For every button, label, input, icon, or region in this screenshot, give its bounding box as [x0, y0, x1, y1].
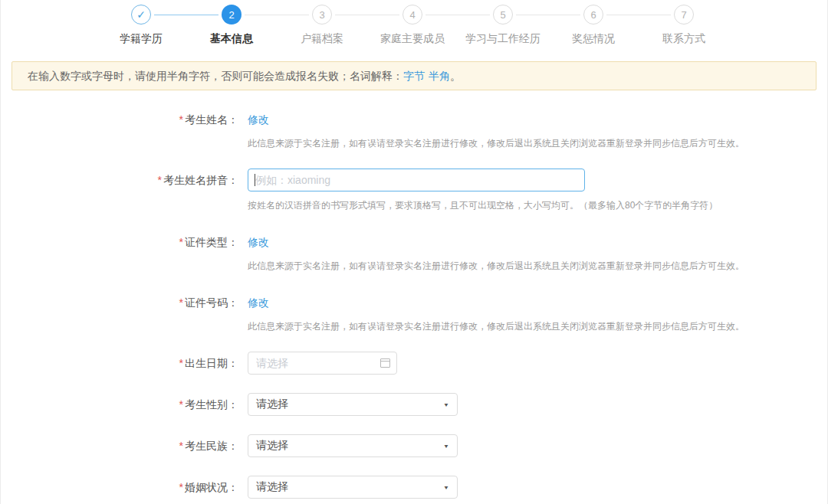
chevron-down-icon: ▼	[443, 484, 449, 490]
step-connector	[335, 15, 399, 15]
step-connector	[516, 15, 580, 15]
marital-status-label: *婚姻状况：	[1, 476, 238, 499]
pinyin-row: *考生姓名拼音： 按姓名的汉语拼音的书写形式填写，要求顶格写，且不可出现空格，大…	[1, 169, 827, 212]
ethnicity-row: *考生民族： 请选择 ▼	[1, 434, 827, 457]
gender-label: *考生性别：	[1, 393, 238, 416]
id-number-row: *证件号码： 修改 此信息来源于实名注册，如有误请登录实名注册进行修改，修改后退…	[1, 291, 827, 333]
required-marker: *	[179, 481, 183, 493]
id-number-label: *证件号码：	[1, 291, 238, 314]
required-marker: *	[179, 357, 183, 369]
modify-name-link[interactable]: 修改	[248, 108, 269, 131]
step-label: 家庭主要成员	[380, 31, 445, 46]
step-label: 联系方式	[662, 31, 705, 46]
pinyin-hint: 按姓名的汉语拼音的书写形式填写，要求顶格写，且不可出现空格，大小写均可。（最多输…	[248, 199, 718, 212]
ethnicity-select[interactable]: 请选择 ▼	[248, 434, 458, 457]
required-marker: *	[158, 174, 162, 186]
halfwidth-notice-banner: 在输入数字或字母时，请使用半角字符，否则可能会造成报名失败；名词解释：字节半角。	[12, 61, 816, 90]
required-marker: *	[179, 296, 183, 309]
required-marker: *	[179, 113, 183, 126]
pinyin-label: *考生姓名拼音：	[1, 169, 238, 191]
step-4-family-members[interactable]: 4 家庭主要成员	[367, 5, 458, 46]
step-1-school-record[interactable]: ✓ 学籍学历	[96, 5, 186, 46]
step-progress: ✓ 学籍学历 2 基本信息 3 户籍档案 4 家庭主要成员 5 学习与工作经历 …	[1, 0, 827, 46]
candidate-name-label: *考生姓名：	[1, 108, 238, 131]
step-number: 6	[583, 5, 603, 25]
modify-id-type-link[interactable]: 修改	[248, 231, 269, 254]
chevron-down-icon: ▼	[443, 443, 449, 449]
birth-date-label: *出生日期：	[1, 352, 238, 375]
basic-info-form: *考生姓名： 修改 此信息来源于实名注册，如有误请登录实名注册进行修改，修改后退…	[1, 108, 827, 499]
chevron-down-icon: ▼	[443, 401, 449, 407]
marital-status-select[interactable]: 请选择 ▼	[248, 476, 458, 499]
step-2-basic-info[interactable]: 2 基本信息	[186, 5, 277, 46]
selected-value: 请选择	[256, 398, 288, 411]
notice-suffix: 。	[450, 70, 461, 82]
modify-id-number-link[interactable]: 修改	[248, 291, 269, 314]
id-type-label: *证件类型：	[1, 231, 238, 254]
required-marker: *	[179, 398, 183, 411]
step-connector	[426, 15, 490, 15]
birth-date-row: *出生日期：	[1, 352, 827, 375]
required-marker: *	[179, 236, 183, 248]
step-label: 学籍学历	[120, 31, 163, 46]
marital-status-row: *婚姻状况： 请选择 ▼	[1, 476, 827, 499]
step-5-study-work-history[interactable]: 5 学习与工作经历	[458, 5, 548, 46]
selected-value: 请选择	[256, 439, 288, 453]
step-label: 学习与工作经历	[465, 31, 540, 46]
step-number: 2	[222, 5, 242, 25]
calendar-icon[interactable]	[380, 358, 390, 368]
ethnicity-label: *考生民族：	[1, 434, 238, 457]
candidate-name-row: *考生姓名： 修改 此信息来源于实名注册，如有误请登录实名注册进行修改，修改后退…	[1, 108, 827, 150]
step-done-check-icon: ✓	[131, 5, 151, 25]
realname-note: 此信息来源于实名注册，如有误请登录实名注册进行修改，修改后退出系统且关闭浏览器重…	[248, 320, 744, 333]
selected-value: 请选择	[256, 480, 288, 494]
step-connector	[606, 15, 671, 15]
required-marker: *	[179, 440, 183, 452]
gender-select[interactable]: 请选择 ▼	[248, 393, 458, 416]
gender-row: *考生性别： 请选择 ▼	[1, 393, 827, 416]
glossary-byte-link[interactable]: 字节	[403, 70, 425, 82]
step-7-contact-info[interactable]: 7 联系方式	[639, 5, 729, 46]
step-label: 户籍档案	[301, 31, 343, 46]
glossary-halfwidth-link[interactable]: 半角	[429, 70, 450, 82]
step-number: 7	[674, 5, 694, 25]
pinyin-input[interactable]	[248, 169, 585, 191]
step-label: 基本信息	[210, 31, 253, 46]
id-type-row: *证件类型： 修改 此信息来源于实名注册，如有误请登录实名注册进行修改，修改后退…	[1, 231, 827, 273]
birth-date-input[interactable]	[248, 352, 397, 375]
step-number: 4	[402, 5, 422, 25]
step-3-household-archive[interactable]: 3 户籍档案	[277, 5, 367, 46]
step-number: 3	[312, 5, 332, 25]
step-6-rewards-punishments[interactable]: 6 奖惩情况	[548, 5, 639, 46]
step-connector	[154, 15, 219, 15]
realname-note: 此信息来源于实名注册，如有误请登录实名注册进行修改，修改后退出系统且关闭浏览器重…	[248, 260, 744, 273]
step-connector	[245, 15, 309, 15]
notice-text: 在输入数字或字母时，请使用半角字符，否则可能会造成报名失败；名词解释：	[28, 70, 403, 82]
registration-form-page: ✓ 学籍学历 2 基本信息 3 户籍档案 4 家庭主要成员 5 学习与工作经历 …	[0, 0, 828, 504]
step-label: 奖惩情况	[572, 31, 615, 46]
realname-note: 此信息来源于实名注册，如有误请登录实名注册进行修改，修改后退出系统且关闭浏览器重…	[248, 137, 744, 150]
text-caret	[255, 174, 255, 186]
step-number: 5	[493, 5, 513, 25]
